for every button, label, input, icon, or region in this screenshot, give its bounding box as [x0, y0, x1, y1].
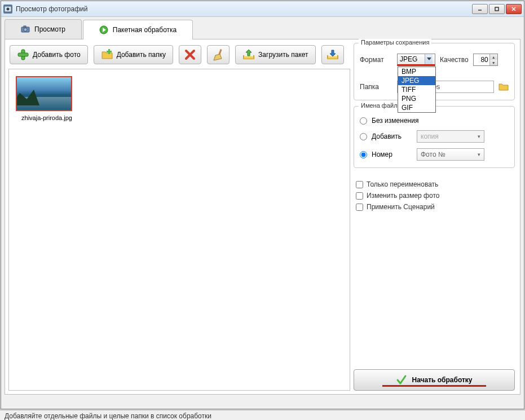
format-value: JPEG	[400, 55, 417, 63]
quality-input[interactable]	[474, 56, 489, 64]
folder-plus-icon	[101, 48, 113, 61]
play-icon	[99, 25, 108, 34]
spin-up-button[interactable]: ▲	[490, 54, 497, 60]
download-icon	[327, 48, 339, 61]
thumbnail-item[interactable]: zhivaja-priroda.jpg	[16, 76, 78, 121]
format-option-gif[interactable]: GIF	[398, 103, 435, 112]
format-label: Формат	[360, 56, 392, 64]
window-title: Просмотр фотографий	[16, 5, 472, 13]
append-label: Добавить	[372, 132, 413, 140]
app-icon	[3, 5, 12, 14]
append-radio[interactable]	[360, 133, 367, 140]
unchanged-label: Без изменения	[372, 117, 418, 125]
close-button[interactable]	[506, 4, 522, 14]
svg-rect-8	[24, 26, 26, 28]
save-batch-button[interactable]	[321, 45, 344, 64]
chevron-down-icon: ▾	[478, 134, 480, 139]
app-window: Просмотр фотографий Просмотр Пакетная об…	[1, 1, 524, 409]
quality-label: Качество	[440, 56, 469, 64]
tab-content: Добавить фото Добавить папку Загрузи	[5, 39, 520, 395]
format-combo[interactable]: JPEG BMP JPEG TIFF PNG GIF	[397, 54, 435, 66]
checkmark-icon	[396, 374, 407, 386]
add-folder-label: Добавить папку	[117, 51, 166, 59]
status-text: Добавляйте отдельные файлы и целые папки…	[5, 412, 211, 420]
add-photo-label: Добавить фото	[33, 51, 81, 59]
scenario-check[interactable]: Применить Сценарий	[356, 203, 513, 211]
thumbnail-list[interactable]: zhivaja-priroda.jpg	[8, 69, 350, 391]
delete-x-icon	[184, 48, 196, 61]
options-checks: Только переименовать Изменить размер фот…	[354, 175, 515, 216]
folder-label: Папка	[360, 83, 392, 91]
tab-view-label: Просмотр	[34, 25, 65, 33]
rename-only-check[interactable]: Только переименовать	[356, 180, 513, 188]
tab-view[interactable]: Просмотр	[5, 19, 82, 39]
tab-batch[interactable]: Пакетная обработка	[83, 20, 193, 39]
chevron-down-icon	[425, 54, 433, 64]
resize-check[interactable]: Изменить размер фото	[356, 192, 513, 200]
format-option-tiff[interactable]: TIFF	[398, 85, 435, 94]
svg-marker-18	[427, 58, 431, 60]
load-batch-label: Загрузить пакет	[258, 51, 308, 59]
number-label: Номер	[372, 151, 413, 158]
format-option-bmp[interactable]: BMP	[398, 67, 435, 76]
plus-icon	[17, 48, 29, 61]
tab-batch-label: Пакетная обработка	[113, 26, 177, 34]
append-combo[interactable]: копия ▾	[417, 130, 484, 143]
load-batch-button[interactable]: Загрузить пакет	[235, 45, 315, 64]
save-params-group: Параметры сохранения Формат JPEG BMP JPE…	[354, 43, 515, 100]
toolbar: Добавить фото Добавить папку Загрузи	[8, 43, 350, 69]
add-photo-button[interactable]: Добавить фото	[10, 45, 88, 64]
format-dropdown: BMP JPEG TIFF PNG GIF	[398, 67, 436, 113]
format-option-jpeg[interactable]: JPEG	[398, 76, 435, 85]
svg-point-7	[24, 28, 27, 32]
clear-button[interactable]	[207, 45, 230, 64]
start-processing-button[interactable]: Начать обработку	[354, 369, 515, 391]
delete-button[interactable]	[179, 45, 201, 64]
camera-icon	[21, 25, 30, 34]
format-option-png[interactable]: PNG	[398, 94, 435, 103]
maximize-button[interactable]	[489, 4, 505, 14]
spin-down-button[interactable]: ▼	[490, 60, 497, 65]
number-radio[interactable]	[360, 151, 367, 158]
tab-bar: Просмотр Пакетная обработка	[5, 19, 520, 39]
thumbnail-filename: zhivaja-priroda.jpg	[16, 114, 78, 121]
quality-spinner[interactable]: ▲ ▼	[473, 54, 498, 66]
start-button-label: Начать обработку	[412, 376, 472, 384]
minimize-button[interactable]	[472, 4, 488, 14]
upload-icon	[242, 48, 255, 61]
browse-folder-icon[interactable]	[498, 82, 509, 92]
status-bar: Добавляйте отдельные файлы и целые папки…	[0, 410, 525, 420]
unchanged-radio[interactable]	[360, 117, 367, 125]
add-folder-button[interactable]: Добавить папку	[94, 45, 173, 64]
thumbnail-image[interactable]	[16, 76, 72, 111]
titlebar[interactable]: Просмотр фотографий	[1, 1, 524, 17]
number-combo[interactable]: Фото № ▾	[417, 148, 484, 161]
svg-rect-14	[107, 51, 112, 52]
svg-point-1	[7, 7, 10, 10]
svg-rect-17	[218, 49, 222, 55]
save-params-title: Параметры сохранения	[359, 39, 431, 46]
broom-icon	[212, 48, 224, 61]
chevron-down-icon: ▾	[478, 152, 480, 157]
svg-rect-3	[495, 7, 498, 11]
filenames-group: Имена файлов Без изменения Добавить копи…	[354, 106, 515, 168]
svg-rect-12	[18, 53, 28, 56]
